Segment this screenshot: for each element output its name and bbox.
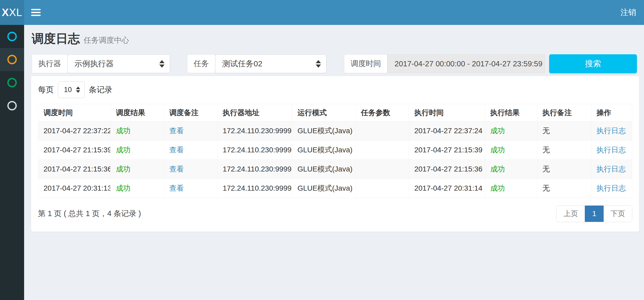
cell-trigger-result: 成功	[111, 179, 164, 198]
col-header-glue-type: 运行模式	[292, 104, 356, 121]
select-arrows-icon	[309, 60, 321, 68]
view-trigger-msg-link[interactable]: 查看	[164, 160, 217, 179]
sidebar-item-1[interactable]	[0, 25, 24, 48]
execution-log-link[interactable]: 执行日志	[591, 121, 632, 141]
sidebar-item-4[interactable]	[0, 94, 24, 117]
view-trigger-msg-link[interactable]: 查看	[164, 121, 217, 141]
table-row: 2017-04-27 22:37:22 成功 查看 172.24.110.230…	[38, 121, 632, 141]
main-content: 调度日志 任务调度中心 执行器 示例执行器 任务 测试任务02 调度时间 201…	[24, 25, 644, 300]
job-filter-group: 任务 测试任务02	[187, 54, 326, 73]
col-header-handle-msg: 执行备注	[537, 104, 591, 121]
circle-icon	[7, 55, 17, 64]
search-button[interactable]: 搜索	[549, 54, 637, 73]
trigger-time-filter-group: 调度时间 2017-04-27 00:00:00 - 2017-04-27 23…	[344, 54, 545, 73]
job-filter-label: 任务	[187, 54, 215, 73]
select-arrows-icon	[153, 60, 165, 68]
cell-job-params	[356, 160, 409, 179]
view-trigger-msg-link[interactable]: 查看	[164, 179, 217, 198]
cell-handle-msg: 无	[537, 179, 591, 198]
cell-handle-result: 成功	[485, 141, 537, 160]
executor-select[interactable]: 示例执行器	[67, 54, 170, 73]
col-header-trigger-result: 调度结果	[111, 104, 164, 121]
table-header-row: 调度时间 调度结果 调度备注 执行器地址 运行模式 任务参数 执行时间 执行结果…	[38, 104, 632, 121]
cell-trigger-result: 成功	[111, 141, 164, 160]
cell-job-params	[356, 141, 409, 160]
trigger-time-label: 调度时间	[344, 54, 388, 73]
top-navbar: XXL 注销	[0, 0, 644, 25]
sidebar-item-3[interactable]	[0, 71, 24, 94]
circle-icon	[7, 78, 17, 87]
cell-trigger-time: 2017-04-27 21:15:36	[38, 160, 111, 179]
cell-glue-type: GLUE模式(Java)	[292, 141, 356, 160]
table-footer: 第 1 页 ( 总共 1 页，4 条记录 ) 上页 1 下页	[38, 205, 632, 222]
content-header: 调度日志 任务调度中心	[24, 25, 644, 47]
cell-trigger-time: 2017-04-27 21:15:39	[38, 141, 111, 160]
sidebar-toggle-button[interactable]	[24, 0, 48, 25]
executor-select-value: 示例执行器	[74, 58, 114, 69]
cell-handle-result: 成功	[485, 160, 537, 179]
cell-handle-msg: 无	[537, 141, 591, 160]
table-row: 2017-04-27 21:15:36 成功 查看 172.24.110.230…	[38, 160, 632, 179]
col-header-actions: 操作	[591, 104, 632, 121]
cell-handle-msg: 无	[537, 160, 591, 179]
logo-text-bold: X	[2, 7, 9, 18]
cell-handle-msg: 无	[537, 121, 591, 141]
col-header-handle-time: 执行时间	[409, 104, 485, 121]
page-size-suffix-label: 条记录	[89, 84, 112, 95]
cell-executor-address: 172.24.110.230:9999	[217, 141, 292, 160]
col-header-params: 任务参数	[356, 104, 409, 121]
pagination-next-button[interactable]: 下页	[604, 206, 632, 222]
cell-executor-address: 172.24.110.230:9999	[217, 121, 292, 141]
col-header-handle-result: 执行结果	[485, 104, 537, 121]
cell-job-params	[356, 179, 409, 198]
page-title: 调度日志	[32, 31, 80, 47]
sidebar-item-2-active[interactable]	[0, 48, 24, 71]
logo-text-light: XL	[9, 7, 22, 18]
trigger-time-range-input[interactable]: 2017-04-27 00:00:00 - 2017-04-27 23:59:5…	[388, 54, 545, 73]
page-size-row: 每页 10 条记录	[38, 81, 632, 98]
circle-icon	[7, 32, 17, 41]
app-logo[interactable]: XXL	[0, 0, 24, 25]
pagination-prev-button[interactable]: 上页	[556, 206, 585, 222]
cell-glue-type: GLUE模式(Java)	[292, 160, 356, 179]
schedule-log-table: 调度时间 调度结果 调度备注 执行器地址 运行模式 任务参数 执行时间 执行结果…	[38, 104, 632, 198]
col-header-trigger-time: 调度时间	[38, 104, 111, 121]
pagination-summary: 第 1 页 ( 总共 1 页，4 条记录 )	[38, 208, 141, 219]
executor-filter-label: 执行器	[32, 54, 68, 73]
cell-handle-result: 成功	[485, 179, 537, 198]
pagination-page-1-active[interactable]: 1	[585, 206, 604, 222]
page-size-value: 10	[64, 86, 72, 94]
filter-toolbar: 执行器 示例执行器 任务 测试任务02 调度时间 2017-04-27 00:0…	[32, 54, 637, 73]
cell-handle-time: 2017-04-27 20:31:14	[409, 179, 485, 198]
cell-glue-type: GLUE模式(Java)	[292, 121, 356, 141]
job-select[interactable]: 测试任务02	[215, 54, 326, 73]
pagination: 上页 1 下页	[556, 205, 632, 222]
cell-trigger-result: 成功	[111, 160, 164, 179]
col-header-trigger-msg: 调度备注	[164, 104, 217, 121]
stepper-arrows-icon	[76, 87, 80, 93]
page-size-stepper[interactable]: 10	[58, 81, 85, 98]
cell-executor-address: 172.24.110.230:9999	[217, 179, 292, 198]
cell-trigger-result: 成功	[111, 121, 164, 141]
execution-log-link[interactable]: 执行日志	[591, 160, 632, 179]
cell-trigger-time: 2017-04-27 22:37:22	[38, 121, 111, 141]
sidebar	[0, 25, 24, 300]
logout-link[interactable]: 注销	[613, 0, 644, 25]
view-trigger-msg-link[interactable]: 查看	[164, 141, 217, 160]
job-select-value: 测试任务02	[222, 58, 262, 69]
execution-log-link[interactable]: 执行日志	[591, 179, 632, 198]
execution-log-link[interactable]: 执行日志	[591, 141, 632, 160]
cell-handle-time: 2017-04-27 22:37:24	[409, 121, 485, 141]
hamburger-icon	[31, 9, 41, 16]
table-row: 2017-04-27 21:15:39 成功 查看 172.24.110.230…	[38, 141, 632, 160]
cell-executor-address: 172.24.110.230:9999	[217, 160, 292, 179]
page-subtitle: 任务调度中心	[84, 35, 129, 46]
col-header-address: 执行器地址	[217, 104, 292, 121]
cell-handle-time: 2017-04-27 21:15:39	[409, 141, 485, 160]
circle-icon	[7, 101, 17, 110]
page-size-prefix-label: 每页	[38, 84, 54, 95]
table-row: 2017-04-27 20:31:13 成功 查看 172.24.110.230…	[38, 179, 632, 198]
cell-handle-result: 成功	[485, 121, 537, 141]
cell-job-params	[356, 121, 409, 141]
cell-trigger-time: 2017-04-27 20:31:13	[38, 179, 111, 198]
